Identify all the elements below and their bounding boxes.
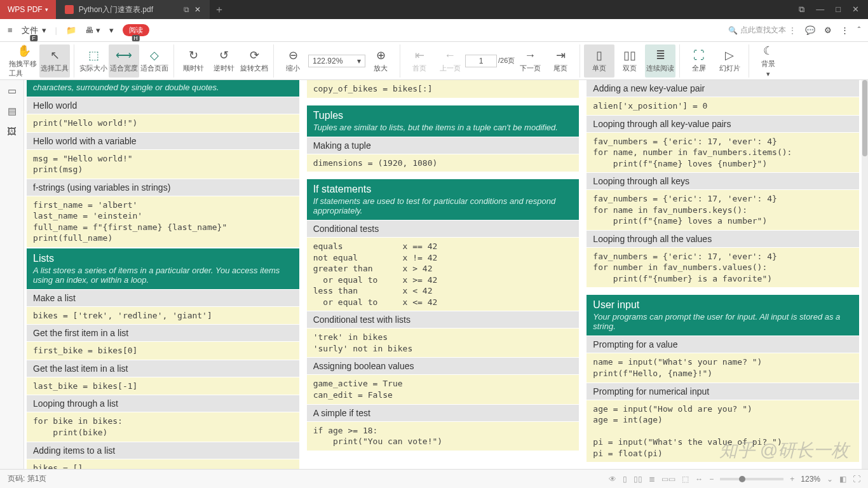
column-2: copy_of_bikes = bikes[:] TuplesTuples ar… <box>307 80 580 469</box>
window-restore-icon[interactable]: ⧉ <box>799 4 804 15</box>
column-3: Adding a new key-value pairalien['x_posi… <box>587 80 859 469</box>
file-shortcut: F <box>30 35 37 41</box>
rotate-ccw[interactable]: ↺逆时针 <box>208 44 239 78</box>
zoom-slider[interactable] <box>720 478 783 480</box>
fit-width[interactable]: ⟷适合宽度 <box>109 44 139 78</box>
window-maximize-icon[interactable]: □ <box>836 4 841 15</box>
rotate-doc[interactable]: ⟳旋转文档 <box>239 44 269 78</box>
status-bar: 页码: 第1页 👁 ▯ ▯▯ ≣ ▭▭ ⬚ ↔ − + 123% ⌄ ◧ ⛶ <box>0 469 868 488</box>
tab-close-icon[interactable]: ✕ <box>194 5 201 14</box>
view-single-icon[interactable]: ▯ <box>623 475 627 484</box>
more-menu-icon[interactable]: ⋮ <box>841 25 849 35</box>
fullscreen-icon[interactable]: ⛶ <box>853 475 860 484</box>
collapse-icon[interactable]: ⌄ <box>827 475 833 484</box>
sidebar-icon[interactable]: ◧ <box>839 475 846 484</box>
zoom-input[interactable]: 122.92%▾ <box>308 55 365 67</box>
single-page[interactable]: ▯单页 <box>584 44 614 78</box>
continuous[interactable]: ≣连续阅读 <box>645 44 675 78</box>
image-icon[interactable]: 🖼 <box>7 126 17 137</box>
read-shortcut: H <box>132 35 140 41</box>
view-book-icon[interactable]: ▭▭ <box>661 475 675 484</box>
window-close-icon[interactable]: ✕ <box>852 4 859 15</box>
fit-page[interactable]: ◇适合页面 <box>139 44 170 78</box>
actual-size[interactable]: ⬚实际大小 <box>78 44 109 78</box>
zoom-in[interactable]: ⊕放大 <box>365 44 396 78</box>
document-name: Python入门速查表.pdf <box>79 4 153 15</box>
page-input[interactable]: 1 <box>465 55 497 67</box>
pan-tool[interactable]: ✋拖拽平移工具 <box>9 44 39 78</box>
search-box[interactable]: 🔍 点此查找文本 ⋮ <box>728 25 796 36</box>
menu-bar: ≡ 文件▾ F | 📁 🖶 ▾ ▾ 阅读 H 🔍 点此查找文本 ⋮ 💬 ⚙ ⋮ … <box>0 19 868 42</box>
chevron-up-icon[interactable]: ˆ <box>858 25 860 35</box>
file-menu[interactable]: 文件▾ F <box>22 25 46 36</box>
prev-page[interactable]: ←上一页 <box>435 44 465 78</box>
slideshow[interactable]: ▷幻灯片 <box>714 44 745 78</box>
fullscreen[interactable]: ⛶全屏 <box>684 44 714 78</box>
status-page: 页码: 第1页 <box>8 473 46 484</box>
double-page[interactable]: ▯▯双页 <box>614 44 645 78</box>
search-icon: 🔍 <box>728 26 738 35</box>
rotate-cw[interactable]: ↻顺时针 <box>178 44 208 78</box>
view-double-icon[interactable]: ▯▯ <box>634 475 642 484</box>
document-viewport[interactable]: characters, surrounded by single or doub… <box>24 80 862 469</box>
hamburger-menu[interactable]: ≡ <box>8 25 13 35</box>
left-sidebar: ▭ ▤ 🖼 <box>0 80 24 469</box>
zoom-in-icon[interactable]: + <box>790 475 794 484</box>
folder-open-icon[interactable]: 📁 <box>66 25 76 35</box>
first-page[interactable]: ⇤首页 <box>404 44 435 78</box>
window-minimize-icon[interactable]: — <box>816 4 824 15</box>
zoom-out-icon[interactable]: − <box>709 475 714 484</box>
eye-icon[interactable]: 👁 <box>609 475 616 484</box>
thumbnails-icon[interactable]: ▭ <box>8 85 17 97</box>
select-tool[interactable]: ↖选择工具 <box>39 44 70 78</box>
chat-icon[interactable]: 💬 <box>805 25 815 35</box>
outline-icon[interactable]: ▤ <box>8 105 17 117</box>
fit-icon[interactable]: ⬚ <box>682 475 689 484</box>
settings-icon[interactable]: ⚙ <box>824 25 832 35</box>
view-cont-icon[interactable]: ≣ <box>649 475 655 484</box>
new-tab-button[interactable]: ＋ <box>210 3 229 17</box>
vertical-scrollbar[interactable] <box>862 80 868 469</box>
title-bar: WPS PDF▾ Python入门速查表.pdf ⧉ ✕ ＋ ⧉ — □ ✕ <box>0 0 868 19</box>
background[interactable]: ☾背景 ▾ <box>753 44 783 78</box>
column-1: characters, surrounded by single or doub… <box>27 80 299 469</box>
tab-popout-icon[interactable]: ⧉ <box>184 5 189 14</box>
next-page[interactable]: →下一页 <box>515 44 545 78</box>
zoom-out[interactable]: ⊖缩小 <box>278 44 308 78</box>
print-icon[interactable]: 🖶 ▾ <box>85 25 100 35</box>
app-name-tab: WPS PDF▾ <box>0 0 56 19</box>
document-tab[interactable]: Python入门速查表.pdf ⧉ ✕ <box>56 0 210 19</box>
page-total: /26页 <box>498 56 515 65</box>
last-page[interactable]: ⇥尾页 <box>545 44 576 78</box>
toolbar: ✋拖拽平移工具 ↖选择工具 ⬚实际大小 ⟷适合宽度 ◇适合页面 ↻顺时针 ↺逆时… <box>0 42 868 80</box>
fit-width-icon[interactable]: ↔ <box>695 475 703 484</box>
more-icon[interactable]: ▾ <box>109 25 114 35</box>
status-zoom: 123% <box>801 475 820 484</box>
pdf-icon <box>65 5 74 14</box>
